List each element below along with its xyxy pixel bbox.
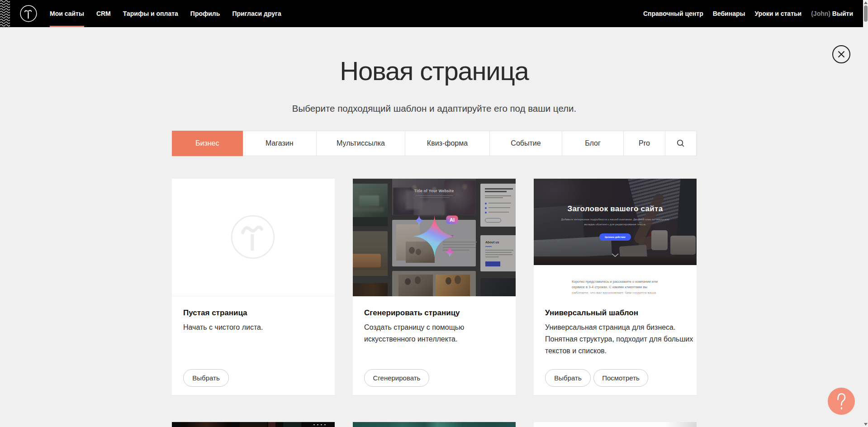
svg-text:AI: AI — [450, 217, 455, 223]
